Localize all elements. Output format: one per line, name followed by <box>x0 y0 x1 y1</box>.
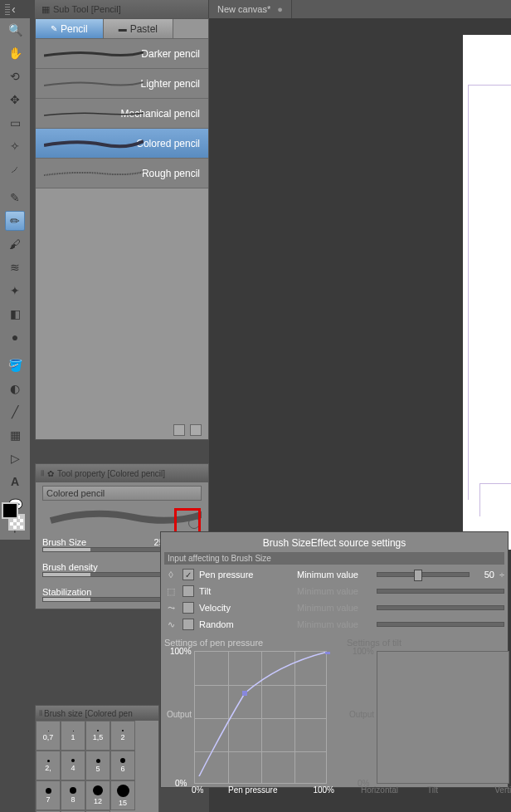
axis-label: Horizontal <box>361 785 398 795</box>
input-sources: ◊ Pen pressure ⬚ Tilt ⤳ Velocity ∿ Rando… <box>164 566 289 633</box>
canvas[interactable] <box>463 35 511 550</box>
axis-label: Vertical <box>494 785 511 795</box>
popup-title: Brush SizeEffect source settings <box>164 536 504 550</box>
tool-pencil[interactable]: ✏ <box>5 211 25 231</box>
foreground-color[interactable] <box>2 502 18 519</box>
pencil-item-lighter[interactable]: Lighter pencil <box>36 69 208 99</box>
min-slider[interactable] <box>377 572 470 577</box>
tab-label: Pastel <box>130 23 158 35</box>
tool-figure[interactable]: ▦ <box>5 425 25 445</box>
pencil-item-colored[interactable]: Colored pencil <box>36 129 208 159</box>
input-pen-pressure[interactable]: ◊ Pen pressure <box>164 566 289 583</box>
tool-rotate[interactable]: ⟲ <box>5 66 25 86</box>
min-value[interactable]: 50 <box>474 570 494 580</box>
input-label: Pen pressure <box>199 570 253 580</box>
delete-subtool-button[interactable] <box>190 424 202 436</box>
tool-marquee[interactable]: ▭ <box>5 113 25 133</box>
axis-label: 100% <box>170 647 192 656</box>
min-slider <box>377 589 504 594</box>
tool-pen[interactable]: ✎ <box>5 188 25 208</box>
tool-gradient[interactable]: ◐ <box>5 379 25 399</box>
input-tilt[interactable]: ⬚ Tilt <box>164 583 289 599</box>
tool-blend[interactable]: ● <box>5 327 25 347</box>
tool-fill[interactable]: 🪣 <box>5 355 25 375</box>
tool-decoration[interactable]: ✦ <box>5 281 25 301</box>
brush-size-cell[interactable]: 6 <box>110 751 135 780</box>
svg-rect-1 <box>242 691 247 696</box>
pencil-icon: ✎ <box>51 24 57 33</box>
canvas-tab[interactable]: New canvas* ● <box>209 0 292 18</box>
tool-brush[interactable]: 🖌 <box>5 234 25 254</box>
tool-hand[interactable]: ✋ <box>5 43 25 63</box>
brush-size-cell[interactable]: 12 <box>85 780 110 810</box>
checkbox[interactable] <box>182 569 194 580</box>
pencil-item-darker[interactable]: Darker pencil <box>36 39 208 69</box>
brush-size-cell[interactable]: 15 <box>110 780 135 810</box>
velocity-icon: ⤳ <box>164 603 178 614</box>
gear-icon: ✿ <box>47 469 54 478</box>
tab-label: Pencil <box>61 23 88 35</box>
new-subtool-button[interactable] <box>173 424 185 436</box>
checkbox[interactable] <box>182 602 194 614</box>
tool-text[interactable]: A <box>5 472 25 492</box>
min-slider <box>377 605 504 610</box>
brush-size-cell[interactable]: 1,5 <box>85 721 110 751</box>
pressure-curve-graph[interactable]: 100% Output 0% 0% Pen pressure 100% <box>194 651 327 784</box>
effect-source-popup: Brush SizeEffect source settings Input a… <box>160 531 509 788</box>
brush-size-cell[interactable]: 4 <box>61 751 85 780</box>
collapse-icon: ‹ <box>12 2 16 16</box>
min-label: Minimum value <box>297 603 372 613</box>
tool-airbrush[interactable]: ≋ <box>5 257 25 277</box>
axis-label: 0% <box>192 785 203 795</box>
axis-label: Output <box>349 710 374 719</box>
tool-property-title: ⦀ ✿ Tool property [Colored pencil] <box>36 464 208 482</box>
input-random[interactable]: ∿ Random <box>164 616 289 633</box>
min-value-pressure: Minimum value 50 ÷ <box>297 566 504 583</box>
min-slider <box>377 622 504 627</box>
axis-label: 100% <box>353 647 374 656</box>
brush-size-cell[interactable]: 2, <box>36 751 61 780</box>
brush-size-panel-title: ⦀ Brush size [Colored pen <box>36 706 158 721</box>
axis-label: 0% <box>175 779 187 788</box>
min-value-column: Minimum value 50 ÷ Minimum value Minimum… <box>297 566 504 633</box>
brush-size-cell[interactable]: 5 <box>85 751 110 780</box>
brush-size-cell[interactable]: 8 <box>61 780 85 810</box>
subtool-title-text: Sub Tool [Pencil] <box>53 4 121 14</box>
magnify-icon[interactable] <box>188 517 200 529</box>
stroke-preview <box>44 167 144 180</box>
tool-magnify[interactable]: 🔍 <box>5 20 25 40</box>
random-icon: ∿ <box>164 619 178 630</box>
brush-size-cell[interactable]: 2 <box>110 721 135 751</box>
close-icon[interactable]: ● <box>277 4 283 14</box>
left-toolbar: 🔍 ✋ ⟲ ✥ ▭ ✧ ⟋ ✎ ✏ 🖌 ≋ ✦ ◧ ● 🪣 ◐ ╱ ▦ ▷ A … <box>0 18 30 540</box>
pencil-item-rough[interactable]: Rough pencil <box>36 159 208 188</box>
tool-line[interactable]: ╱ <box>5 402 25 422</box>
grip-icon: ⦀ <box>41 468 44 478</box>
tab-pencil[interactable]: ✎ Pencil <box>36 19 104 38</box>
pencil-label: Rough pencil <box>142 168 200 179</box>
tool-eyedropper[interactable]: ⟋ <box>5 159 25 179</box>
pencil-item-mechanical[interactable]: Mechanical pencil <box>36 99 208 129</box>
input-velocity[interactable]: ⤳ Velocity <box>164 599 289 616</box>
checkbox[interactable] <box>182 585 194 597</box>
brush-size-cell[interactable]: 0,7 <box>36 721 61 751</box>
popup-header-strip: Input affecting to Brush Size <box>164 552 504 565</box>
input-label: Tilt <box>199 586 211 596</box>
brush-size-cell[interactable]: 1 <box>61 721 85 751</box>
tool-name: Colored pencil <box>42 486 202 501</box>
checkbox[interactable] <box>182 619 194 630</box>
brush-size-cell[interactable]: 7 <box>36 780 61 810</box>
svg-rect-2 <box>325 652 330 654</box>
tab-pastel[interactable]: ▬ Pastel <box>104 19 173 38</box>
tool-ruler[interactable]: ▷ <box>5 448 25 468</box>
color-swatches[interactable] <box>2 502 28 531</box>
panel-handle[interactable]: ‹ <box>0 0 35 18</box>
tool-move[interactable]: ✥ <box>5 90 25 110</box>
pressure-icon: ◊ <box>164 570 178 580</box>
tool-property-title-text: Tool property [Colored pencil] <box>57 469 165 478</box>
palette-icon: ▦ <box>41 4 50 15</box>
subtool-footer <box>36 421 208 439</box>
tool-wand[interactable]: ✧ <box>5 136 25 156</box>
brush-size-title-text: Brush size [Colored pen <box>44 709 133 718</box>
tool-eraser[interactable]: ◧ <box>5 304 25 324</box>
